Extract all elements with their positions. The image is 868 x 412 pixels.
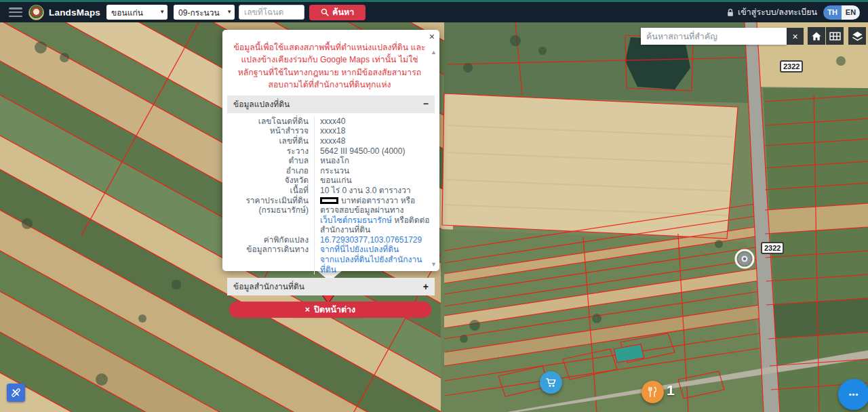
close-window-label: ปิดหน้าต่าง [314,303,355,316]
coords-label: ค่าพิกัดแปลง [228,235,315,245]
field-row: อำเภอกระนวน [228,166,433,176]
close-window-button[interactable]: × ปิดหน้าต่าง [229,302,431,318]
poi-search-input[interactable] [641,28,787,45]
top-navbar: LandsMaps ขอนแก่น ▼ 09-กระนวน ▼ ค้นหา เข… [0,0,868,22]
more-options-button[interactable]: ••• [838,379,868,410]
restaurant-icon [648,387,658,397]
route-shield: 2322 [761,242,784,254]
parcel-coordinates-link[interactable]: 16.72930377,103.07651729 [315,235,422,245]
redacted-price-box [320,197,338,204]
collapse-icon[interactable]: − [423,100,429,108]
login-register-link[interactable]: เข้าสู่ระบบ/ลงทะเบียน [726,5,817,19]
poi-restaurant-marker[interactable] [642,381,664,403]
price-row: ราคาประเมินที่ดิน (กรมธนารักษ์) บาทต่อตา… [228,196,433,235]
layers-icon [852,30,863,41]
route-to-parcel-link[interactable]: จากที่นี่ไปยังแปลงที่ดิน [320,245,433,255]
home-icon [811,31,822,41]
language-toggle: TH EN [823,5,860,20]
close-icon: × [305,305,310,314]
field-row: เนื้อที่10 ไร่ 0 งาน 3.0 ตารางวา [228,186,433,196]
poi-shopping-marker[interactable] [540,371,562,394]
lock-icon [726,8,734,17]
street-view-circle-icon[interactable] [734,248,755,272]
disclaimer-text: ข้อมูลนี้เพื่อใช้แสดงสภาพพื้นที่ตำแหน่งแ… [233,41,426,91]
route-shield: 2322 [780,60,803,73]
district-select[interactable]: 09-กระนวน ▼ [174,5,235,20]
search-button[interactable]: ค้นหา [309,5,366,20]
chevron-down-icon: ▼ [159,9,165,15]
parcel-section-header[interactable]: ข้อมูลแปลงที่ดิน − [227,96,435,113]
field-row: ระวาง5642 III 9450-00 (4000) [228,146,433,157]
layers-button[interactable] [848,27,866,45]
shopping-cart-icon [545,377,557,388]
lang-en-button[interactable]: EN [842,5,860,20]
route-to-office-link[interactable]: จากแปลงที่ดินไปยังสำนักงานที่ดิน [320,255,433,274]
landsmaps-app: LandsMaps ขอนแก่น ▼ 09-กระนวน ▼ ค้นหา เข… [0,0,868,412]
parcel-fields: เลขโฉนดที่ดินxxxx40 หน้าสำรวจxxxx18 เลขท… [222,113,439,275]
treasury-website-link[interactable]: เว็บไซต์กรมธนารักษ์ [320,215,392,225]
login-register-label: เข้าสู่ระบบ/ลงทะเบียน [738,5,817,19]
travel-row: ข้อมูลการเดินทาง จากที่นี่ไปยังแปลงที่ดิ… [228,245,433,274]
price-label-line1: ราคาประเมินที่ดิน [228,196,309,206]
panel-scroll-down-arrow[interactable]: ▼ [431,261,437,268]
deed-number-input[interactable] [239,5,304,20]
office-section-title: ข้อมูลสำนักงานที่ดิน [233,280,304,293]
ruler-pencil-icon [10,387,22,398]
home-button[interactable] [808,27,825,45]
travel-label: ข้อมูลการเดินทาง [228,245,315,274]
field-row: เลขที่ดินxxxx48 [228,136,433,146]
panel-scroll-up-arrow[interactable]: ▲ [431,49,437,56]
price-label-line2: (กรมธนารักษ์) [228,205,309,215]
field-row: หน้าสำรวจxxxx18 [228,126,433,136]
poi-count-label: 1 [667,382,675,398]
field-row: เลขโฉนดที่ดินxxxx40 [228,117,433,127]
lang-th-button[interactable]: TH [823,5,842,20]
field-row: ตำบลหนองโก [228,156,433,166]
search-icon [321,8,329,16]
coords-row: ค่าพิกัดแปลง 16.72930377,103.07651729 [228,235,433,245]
grid-sheet-button[interactable] [826,27,844,45]
panel-close-icon[interactable]: × [429,32,435,41]
measure-tool-button[interactable] [7,384,25,402]
office-section-header[interactable]: ข้อมูลสำนักงานที่ดิน + [227,278,435,295]
expand-icon[interactable]: + [423,283,429,291]
app-title: LandsMaps [49,7,100,18]
field-row: จังหวัดขอนแก่น [228,176,433,186]
chevron-down-icon: ▼ [226,9,232,15]
map-center-fields [441,22,766,412]
landsmaps-logo [28,5,44,20]
search-button-label: ค้นหา [332,5,354,19]
poi-search-clear-button[interactable]: × [787,28,804,45]
parcel-info-panel: × ▲ ข้อมูลนี้เพื่อใช้แสดงสภาพพื้นที่ตำแห… [222,30,439,271]
province-select[interactable]: ขอนแก่น ▼ [106,5,167,20]
parcel-section-title: ข้อมูลแปลงที่ดิน [233,98,290,110]
district-select-value: 09-กระนวน [178,6,220,19]
hamburger-menu-icon[interactable] [9,7,22,17]
province-select-value: ขอนแก่น [111,6,143,19]
grid-icon [829,32,841,41]
